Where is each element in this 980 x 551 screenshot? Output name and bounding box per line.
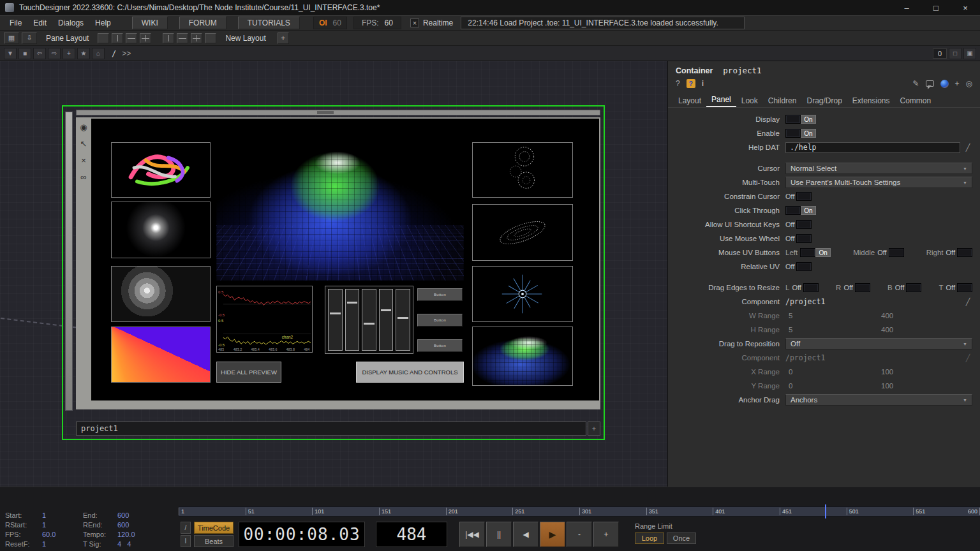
cursor-icon[interactable]: ↖ — [80, 139, 87, 149]
slider-handle[interactable] — [364, 323, 375, 325]
fps-field[interactable]: FPS: 60 — [353, 17, 401, 29]
layout-full-button[interactable] — [205, 33, 216, 43]
scrollbar-thumb[interactable] — [317, 111, 334, 114]
network-editor[interactable]: ◉ ↖ × ∞ — [0, 61, 667, 487]
viewer-add-button[interactable]: + — [588, 422, 600, 436]
comment-icon[interactable] — [926, 80, 934, 87]
hide-all-preview-button[interactable]: HIDE ALL PREVIEW — [216, 362, 281, 383]
preview-thumb-contours[interactable] — [111, 266, 211, 322]
path-chevrons[interactable]: >> — [122, 49, 131, 58]
edit-icon[interactable]: ✎ — [912, 79, 919, 88]
w-range-max[interactable]: 400 — [881, 312, 972, 320]
close-icon[interactable]: × — [81, 156, 86, 165]
tab-layout[interactable]: Layout — [673, 94, 706, 107]
end-field[interactable]: 600 — [117, 511, 168, 519]
image-icon[interactable]: ▦ — [4, 33, 19, 44]
preview-thumb-scribbles[interactable] — [111, 142, 211, 198]
beats-mode-button[interactable]: Beats — [194, 535, 234, 547]
slider-handle[interactable] — [330, 312, 341, 314]
multitouch-dropdown[interactable]: Use Parent's Multi-Touch Settings — [785, 177, 972, 188]
timecode-mode-button[interactable]: TimeCode — [194, 522, 234, 534]
layout-split-vertical-button[interactable] — [112, 33, 123, 43]
layout-rows-button[interactable] — [177, 33, 188, 43]
resetf-field[interactable]: 1 — [42, 540, 83, 548]
python-help-icon[interactable]: ? — [687, 79, 695, 88]
x-range-max[interactable]: 100 — [881, 368, 972, 376]
mouse-right-toggle[interactable]: Off — [946, 248, 972, 257]
add-bookmark-icon[interactable]: + — [63, 48, 75, 59]
display-icon[interactable]: ◉ — [80, 122, 87, 132]
drag-left-toggle[interactable]: Off — [792, 283, 818, 292]
drag-top-toggle[interactable]: Off — [946, 283, 972, 292]
help-dat-field[interactable]: ./help — [785, 142, 960, 153]
target-icon[interactable]: ◎ — [966, 79, 972, 88]
preview-button-3[interactable]: Button — [417, 339, 463, 352]
preview-button-2[interactable]: Button — [417, 314, 463, 327]
integer-mode-button[interactable]: I — [181, 535, 191, 547]
close-button[interactable]: × — [951, 0, 980, 15]
mouse-left-toggle[interactable]: On — [800, 248, 831, 257]
maximize-pane-icon[interactable]: □ — [949, 48, 961, 59]
component-field-2[interactable]: /project1 — [785, 353, 825, 362]
minimize-button[interactable]: – — [892, 0, 921, 15]
playhead[interactable] — [825, 504, 826, 518]
rend-field[interactable]: 600 — [117, 521, 168, 529]
preview-thumb-ramp[interactable] — [111, 327, 211, 383]
preview-thumb-particle-burst[interactable] — [472, 266, 573, 322]
tutorials-button[interactable]: TUTORIALS — [238, 17, 300, 29]
preview-thumb-terrain-small[interactable] — [472, 327, 573, 386]
menu-edit[interactable]: Edit — [27, 17, 52, 29]
export-icon[interactable]: ⇩ — [22, 33, 37, 44]
preview-thumb-particle-spheres[interactable] — [472, 142, 573, 198]
forum-button[interactable]: FORUM — [179, 17, 226, 29]
ui-shortcut-toggle[interactable]: Off — [785, 220, 812, 229]
display-music-controls-button[interactable]: DISPLAY MUSIC AND CONTROLS — [356, 362, 464, 383]
click-through-toggle[interactable]: On — [785, 206, 816, 215]
info-icon[interactable]: i — [702, 79, 704, 88]
dat-picker-icon[interactable] — [963, 143, 972, 152]
anchor-drag-dropdown[interactable]: Anchors — [785, 394, 972, 406]
oi-indicator[interactable]: OI 60 — [313, 17, 347, 29]
tab-dragdrop[interactable]: Drag/Drop — [801, 94, 847, 107]
jump-start-button[interactable]: |◀◀ — [459, 522, 485, 547]
tab-children[interactable]: Children — [763, 94, 802, 107]
layout-split-horizontal-button[interactable] — [126, 33, 137, 43]
network-path[interactable]: / — [112, 49, 116, 58]
h-range-min[interactable]: 5 — [785, 326, 881, 334]
rstart-field[interactable]: 1 — [42, 521, 83, 529]
add-icon[interactable]: + — [955, 79, 960, 88]
dropdown-icon[interactable]: ▼ — [4, 48, 17, 59]
container-viewer[interactable]: ◉ ↖ × ∞ — [62, 105, 605, 440]
display-toggle[interactable]: On — [785, 115, 816, 124]
language-icon[interactable] — [940, 80, 949, 88]
link-icon[interactable]: ∞ — [80, 172, 86, 182]
realtime-toggle[interactable]: × Realtime — [410, 18, 453, 27]
vertical-slider[interactable] — [396, 289, 410, 351]
vertical-slider[interactable] — [328, 289, 343, 351]
vertical-slider[interactable] — [345, 289, 360, 351]
vertical-scrollbar[interactable] — [65, 112, 73, 411]
menu-file[interactable]: File — [4, 17, 27, 29]
operator-name[interactable]: project1 — [723, 66, 761, 75]
timeline-ruler[interactable]: 1 51 101 151 201 251 301 351 401 451 501… — [179, 506, 980, 517]
enable-toggle[interactable]: On — [785, 129, 816, 138]
vertical-slider[interactable] — [379, 289, 394, 351]
menu-help[interactable]: Help — [89, 17, 117, 29]
y-range-max[interactable]: 100 — [881, 382, 972, 390]
tab-panel[interactable]: Panel — [706, 93, 736, 107]
tab-look[interactable]: Look — [736, 94, 763, 107]
cursor-dropdown[interactable]: Normal Select — [785, 163, 972, 174]
viewer-path-field[interactable]: project1 — [76, 422, 586, 436]
help-icon[interactable]: ? — [676, 79, 680, 88]
step-back-button[interactable]: ◀ — [513, 522, 538, 547]
constrain-cursor-toggle[interactable]: Off — [785, 192, 812, 201]
mouse-middle-toggle[interactable]: Off — [877, 248, 903, 257]
frame-mode-button[interactable]: / — [181, 522, 191, 534]
fps-field[interactable]: 60.0 — [42, 531, 83, 538]
home-icon[interactable]: ⌂ — [92, 48, 105, 59]
relative-uv-toggle[interactable]: Off — [785, 262, 812, 271]
realtime-checkbox[interactable]: × — [410, 18, 419, 27]
forward-icon[interactable]: ⇨ — [48, 48, 61, 59]
timecode-display[interactable]: 00:00:08.03 — [239, 522, 365, 547]
mouse-wheel-toggle[interactable]: Off — [785, 234, 812, 243]
